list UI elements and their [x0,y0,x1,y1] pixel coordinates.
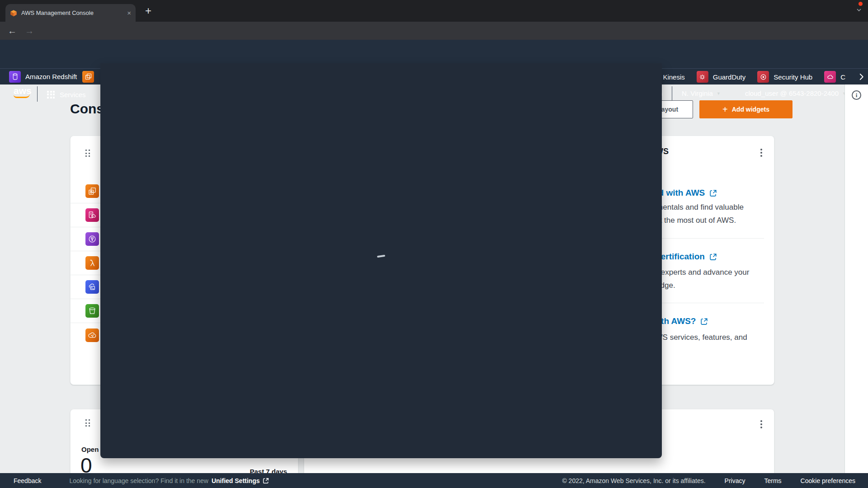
services-menu-button[interactable]: Services [44,87,89,102]
tab-close-icon[interactable]: × [127,9,131,17]
aws-favicon-cube-icon [10,9,17,17]
privacy-link[interactable]: Privacy [725,477,745,484]
screen: AWS Management Console × + ← → us-east-1… [0,0,868,488]
forward-button[interactable]: → [22,22,37,40]
favorite-label: Amazon Redshift [25,73,77,80]
cloud-network-icon [85,328,99,342]
language-hint: Looking for language selection? Find it … [69,477,208,484]
plus-icon: + [722,105,728,114]
account-label: cloud_user @ 6543-2820-2400 [745,89,839,97]
external-link-icon [262,477,269,484]
cloud-terminal-icon [85,280,99,294]
favorite-label: C [840,73,845,81]
footer-right: © 2022, Amazon Web Services, Inc. or its… [562,477,868,484]
app-grid-icon [47,91,55,99]
lambda-icon [85,256,99,270]
header-divider [672,86,672,102]
browser-tab-strip: AWS Management Console × + [0,0,868,22]
browser-tab[interactable]: AWS Management Console × [5,4,136,22]
console-footer: Feedback Looking for language selection?… [0,473,868,488]
favorite-truncated[interactable]: C [824,71,845,83]
window-chevron-icon[interactable] [856,8,862,12]
region-label: N. Virginia [682,89,713,97]
bucket-icon [85,304,99,318]
feedback-link[interactable]: Feedback [14,477,41,484]
favorite-label: Security Hub [774,73,812,81]
account-menu[interactable]: cloud_user @ 6543-2820-2400 ▼ [745,89,846,97]
circle-funnel-icon [85,232,99,246]
add-widgets-button[interactable]: + Add widgets [699,100,793,118]
cookie-preferences-link[interactable]: Cookie preferences [801,477,855,484]
widget-menu-icon[interactable] [759,147,764,159]
loading-spinner [377,255,385,258]
favorites-left: Amazon Redshift [0,71,94,83]
favorite-amazon-redshift[interactable]: Amazon Redshift [9,71,77,83]
terms-link[interactable]: Terms [764,477,781,484]
cloud-icon [824,71,836,83]
gear-icon [697,71,708,83]
back-button[interactable]: ← [5,22,20,40]
redshift-database-icon [9,71,21,83]
favorite-label: GuardDuty [713,73,746,81]
favorite-security-hub[interactable]: Security Hub [757,71,812,83]
unified-settings-link[interactable]: Unified Settings [212,477,270,484]
region-selector[interactable]: N. Virginia ▼ [682,89,721,97]
document-cloud-icon [85,208,99,222]
overlapping-squares-icon[interactable] [82,71,94,83]
external-link-icon [709,253,717,261]
header-divider [37,86,38,102]
widget-menu-icon[interactable] [759,418,764,430]
new-tab-button[interactable]: + [142,5,155,17]
favorites-right: Kinesis GuardDuty Security Hub C [646,69,865,85]
tab-title: AWS Management Console [21,9,123,16]
target-ring-icon [757,71,769,83]
squares-gear-icon [85,184,99,198]
search-results-panel [100,63,662,458]
favorite-label: Kinesis [663,73,684,81]
favorites-scroll-chevron-icon[interactable] [857,73,865,81]
info-icon[interactable]: i [852,90,861,100]
external-link-icon [709,189,717,197]
services-label: Services [60,91,86,99]
browser-toolbar: ← → us-east-1.console.aws.amazon.com/con… [0,22,868,40]
copyright: © 2022, Amazon Web Services, Inc. or its… [562,477,705,484]
drag-handle-icon[interactable] [85,419,90,427]
external-link-icon [700,317,708,326]
aws-logo[interactable]: aws [14,86,33,100]
drag-handle-icon[interactable] [85,150,90,157]
chevron-down-icon: ▼ [717,91,721,96]
recording-indicator-dot [859,2,863,6]
help-panel-strip [844,84,868,473]
favorite-guardduty[interactable]: GuardDuty [697,71,746,83]
